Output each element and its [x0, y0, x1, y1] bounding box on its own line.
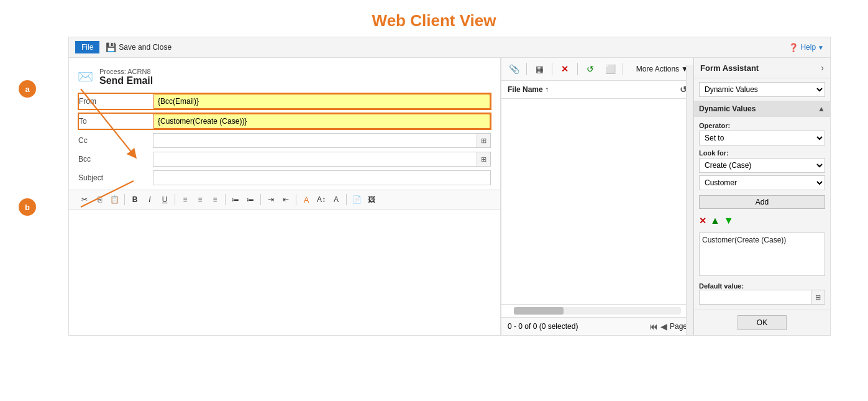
att-grid-button[interactable]: ▦	[532, 62, 547, 76]
move-down-button[interactable]: ▼	[724, 215, 734, 226]
rte-indent[interactable]: ⇥	[264, 193, 278, 206]
from-field-row: From {Bcc(Email)}	[78, 93, 491, 110]
rte-insert[interactable]: 📄	[350, 193, 363, 206]
prev-page-button[interactable]: ◀	[660, 321, 667, 331]
cc-value	[153, 134, 477, 147]
rte-font-family[interactable]: A	[329, 193, 343, 206]
save-icon: 💾	[106, 42, 116, 52]
rte-sep2	[175, 194, 175, 205]
default-value-picker-button[interactable]: ⊞	[811, 290, 825, 304]
rte-copy[interactable]: ⎘	[93, 193, 106, 206]
help-button[interactable]: ❓ Help ▼	[788, 43, 824, 52]
bcc-input[interactable]: ⊞	[153, 152, 491, 167]
attachment-list	[501, 99, 693, 304]
attachment-panel: 📎 ▦ ✕ ↺ ⬜ More Actions ▼ Fi	[501, 58, 693, 335]
operator-select[interactable]: Set to	[699, 131, 825, 145]
from-value: {Bcc(Email)}	[154, 94, 490, 108]
save-close-button[interactable]: 💾 Save and Close	[106, 42, 171, 52]
form-assistant-expand-icon[interactable]: ›	[821, 63, 824, 73]
page-nav: ⏮ ◀ Page	[649, 321, 687, 331]
dynamic-values-section: Dynamic Values ▲ Operator: Set to Look f…	[694, 101, 830, 335]
form-fields: From {Bcc(Email)} To {Customer(Create (C…	[69, 93, 500, 186]
toolbar: File 💾 Save and Close ❓ Help ▼	[69, 37, 830, 58]
add-button[interactable]: Add	[699, 195, 825, 209]
process-name: Send Email	[99, 75, 153, 86]
rte-bold[interactable]: B	[128, 193, 142, 206]
annotation-b: b	[19, 198, 36, 216]
look-for-select-1[interactable]: Create (Case)	[699, 158, 825, 173]
operator-label: Operator:	[699, 122, 825, 129]
rte-align-right[interactable]: ≡	[208, 193, 222, 206]
h-scrollbar[interactable]	[514, 307, 681, 315]
email-body[interactable]	[69, 210, 500, 321]
process-header: ✉️ Process: ACRN8 Send Email	[69, 64, 500, 93]
form-assistant-header: Form Assistant ›	[694, 58, 830, 78]
help-icon: ❓	[788, 43, 798, 52]
file-name-label: File Name ↑	[508, 85, 549, 94]
cc-picker-button[interactable]: ⊞	[477, 134, 490, 147]
more-actions-button[interactable]: More Actions ▼	[636, 65, 688, 73]
att-export-button[interactable]: ⬜	[603, 62, 618, 76]
to-input[interactable]: {Customer(Create (Case))}	[153, 114, 490, 129]
to-label: To	[79, 114, 153, 128]
cc-label: Cc	[78, 134, 153, 147]
annotation-a: a	[19, 80, 36, 98]
rte-sep3	[225, 194, 226, 205]
rte-paste[interactable]: 📋	[107, 193, 121, 206]
page-label: Page	[670, 322, 687, 331]
default-value-input[interactable]: ⊞	[699, 290, 825, 305]
dynamic-values-dropdown-row: Dynamic Values	[694, 78, 830, 101]
h-scroll-thumb	[514, 307, 564, 315]
rte-image[interactable]: 🖼	[365, 193, 378, 206]
form-assistant-title: Form Assistant	[700, 63, 759, 73]
rte-toolbar: ✂ ⎘ 📋 B I U ≡ ≡ ≡ ≔ ≔ ⇥ ⇤	[69, 190, 500, 210]
att-paperclip-button[interactable]: 📎	[506, 62, 521, 76]
remove-button[interactable]: ✕	[699, 216, 706, 226]
rte-sep4	[260, 194, 261, 205]
rte-font-size[interactable]: A↕	[314, 193, 328, 206]
form-panel: ✉️ Process: ACRN8 Send Email From {Bcc(E…	[69, 58, 501, 335]
cc-input[interactable]: ⊞	[153, 133, 491, 148]
value-box-content: Customer(Create (Case))	[702, 236, 786, 244]
default-value-field[interactable]	[700, 292, 811, 303]
action-row: ✕ ▲ ▼	[699, 213, 825, 229]
att-refresh-button[interactable]: ↺	[583, 62, 598, 76]
page-title: Web Client View	[0, 0, 868, 37]
subject-label: Subject	[78, 171, 153, 185]
value-box: Customer(Create (Case))	[699, 233, 825, 276]
rte-align-center[interactable]: ≡	[193, 193, 207, 206]
right-panel: Form Assistant › Dynamic Values Dynamic …	[693, 58, 830, 335]
file-name-header: File Name ↑ ↺	[501, 81, 693, 99]
bcc-value	[153, 152, 477, 166]
att-sep3	[577, 63, 578, 75]
subject-input[interactable]	[153, 170, 491, 185]
rte-italic[interactable]: I	[143, 193, 157, 206]
to-field-row: To {Customer(Create (Case))}	[78, 113, 491, 130]
rte-align-left[interactable]: ≡	[178, 193, 192, 206]
rte-cut[interactable]: ✂	[78, 193, 91, 206]
file-button[interactable]: File	[75, 41, 99, 53]
subject-value	[153, 171, 490, 185]
rte-font-color[interactable]: A	[299, 193, 313, 206]
default-value-label: Default value:	[699, 282, 825, 290]
dynamic-values-select[interactable]: Dynamic Values	[699, 82, 825, 97]
move-up-button[interactable]: ▲	[710, 215, 720, 226]
attachment-stats: 0 - 0 of 0 (0 selected)	[508, 322, 578, 331]
ok-button[interactable]: OK	[738, 315, 787, 330]
h-scroll-container	[501, 304, 693, 317]
attachment-toolbar: 📎 ▦ ✕ ↺ ⬜ More Actions ▼	[501, 58, 693, 81]
first-page-button[interactable]: ⏮	[649, 321, 658, 331]
rte-sep1	[124, 194, 125, 205]
rte-ol[interactable]: ≔	[229, 193, 242, 206]
bcc-picker-button[interactable]: ⊞	[477, 152, 490, 166]
operator-group: Operator: Set to	[699, 122, 825, 145]
rte-ul[interactable]: ≔	[244, 193, 257, 206]
look-for-select-2[interactable]: Customer	[699, 175, 825, 190]
att-delete-button[interactable]: ✕	[557, 62, 572, 76]
from-input[interactable]: {Bcc(Email)}	[153, 94, 490, 109]
rte-underline[interactable]: U	[158, 193, 171, 206]
right-scrollbar[interactable]	[686, 65, 693, 335]
collapse-icon[interactable]: ▲	[818, 104, 825, 113]
attachment-footer: 0 - 0 of 0 (0 selected) ⏮ ◀ Page	[501, 317, 693, 335]
rte-outdent[interactable]: ⇤	[279, 193, 293, 206]
